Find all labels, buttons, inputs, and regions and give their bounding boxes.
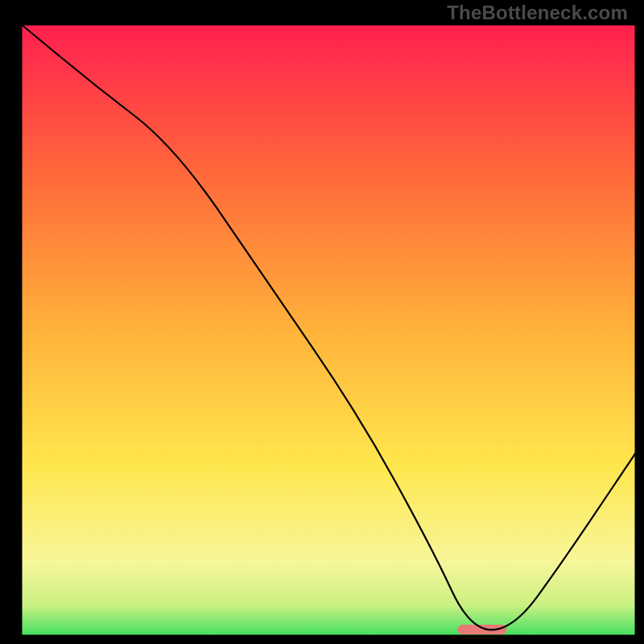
bottleneck-chart: [0, 0, 644, 644]
chart-frame: TheBottleneck.com: [0, 0, 644, 644]
watermark-text: TheBottleneck.com: [447, 2, 628, 24]
plot-background: [21, 24, 636, 636]
